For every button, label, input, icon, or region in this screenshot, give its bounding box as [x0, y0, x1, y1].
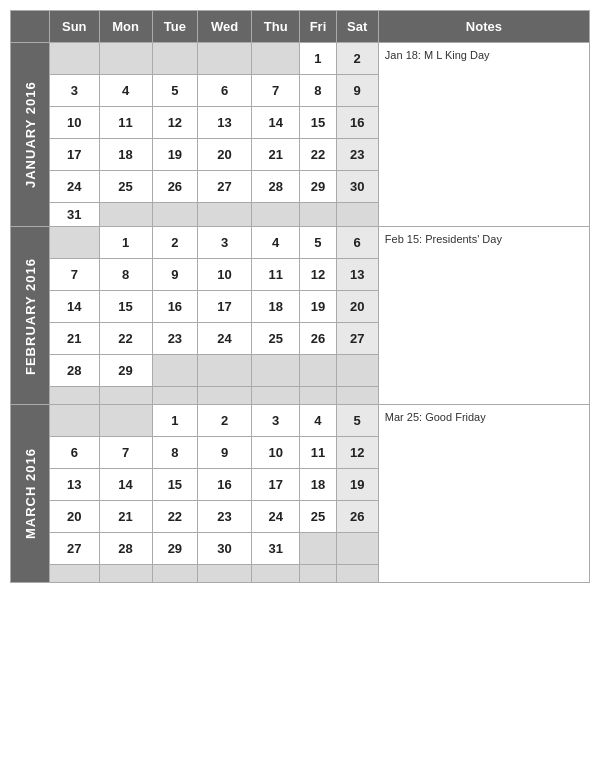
day-cell: 24 [50, 171, 100, 203]
day-cell: 13 [198, 107, 252, 139]
day-cell: 27 [50, 533, 100, 565]
day-cell: 3 [252, 405, 300, 437]
day-cell: 8 [152, 437, 197, 469]
fri-header: Fri [300, 11, 336, 43]
day-cell [336, 387, 378, 405]
day-cell: 22 [152, 501, 197, 533]
day-cell: 28 [99, 533, 152, 565]
day-cell: 12 [152, 107, 197, 139]
month-label-0: JANUARY 2016 [11, 43, 50, 227]
day-cell: 29 [300, 171, 336, 203]
day-cell: 8 [99, 259, 152, 291]
notes-header: Notes [378, 11, 589, 43]
day-cell [198, 355, 252, 387]
day-cell [252, 43, 300, 75]
day-cell: 17 [50, 139, 100, 171]
day-cell: 25 [300, 501, 336, 533]
day-cell: 21 [50, 323, 100, 355]
day-cell: 20 [336, 291, 378, 323]
day-cell: 6 [198, 75, 252, 107]
day-cell: 24 [252, 501, 300, 533]
day-cell [198, 387, 252, 405]
day-cell: 14 [99, 469, 152, 501]
day-cell [336, 355, 378, 387]
day-cell: 15 [300, 107, 336, 139]
day-cell: 15 [99, 291, 152, 323]
day-cell: 22 [300, 139, 336, 171]
day-cell: 13 [336, 259, 378, 291]
day-cell: 31 [50, 203, 100, 227]
day-cell: 7 [252, 75, 300, 107]
day-cell [252, 203, 300, 227]
day-cell: 5 [300, 227, 336, 259]
sat-header: Sat [336, 11, 378, 43]
day-cell: 30 [336, 171, 378, 203]
day-cell [300, 203, 336, 227]
day-cell [152, 387, 197, 405]
day-cell [336, 533, 378, 565]
day-cell: 4 [300, 405, 336, 437]
notes-cell-0: Jan 18: M L King Day [378, 43, 589, 227]
day-cell: 25 [252, 323, 300, 355]
day-cell: 12 [336, 437, 378, 469]
wed-header: Wed [198, 11, 252, 43]
day-cell: 21 [252, 139, 300, 171]
day-cell: 23 [336, 139, 378, 171]
day-cell: 10 [252, 437, 300, 469]
day-cell: 17 [198, 291, 252, 323]
day-cell: 23 [198, 501, 252, 533]
day-cell: 11 [300, 437, 336, 469]
day-cell: 27 [336, 323, 378, 355]
day-cell: 18 [300, 469, 336, 501]
day-cell: 3 [50, 75, 100, 107]
day-cell: 21 [99, 501, 152, 533]
notes-cell-1: Feb 15: Presidents' Day [378, 227, 589, 405]
day-cell [50, 565, 100, 583]
day-cell: 26 [152, 171, 197, 203]
day-cell: 7 [50, 259, 100, 291]
day-cell: 18 [99, 139, 152, 171]
day-cell [50, 43, 100, 75]
tue-header: Tue [152, 11, 197, 43]
day-cell: 17 [252, 469, 300, 501]
day-cell: 2 [198, 405, 252, 437]
day-cell: 12 [300, 259, 336, 291]
day-cell: 14 [252, 107, 300, 139]
day-cell: 6 [336, 227, 378, 259]
day-cell: 4 [99, 75, 152, 107]
day-cell: 28 [50, 355, 100, 387]
day-cell: 10 [198, 259, 252, 291]
day-cell: 30 [198, 533, 252, 565]
month-label-2: MARCH 2016 [11, 405, 50, 583]
day-cell: 1 [300, 43, 336, 75]
day-cell [99, 387, 152, 405]
thu-header: Thu [252, 11, 300, 43]
day-cell: 16 [336, 107, 378, 139]
day-cell [336, 203, 378, 227]
day-cell [198, 565, 252, 583]
day-cell: 20 [198, 139, 252, 171]
day-cell [198, 43, 252, 75]
day-cell: 1 [99, 227, 152, 259]
day-cell: 22 [99, 323, 152, 355]
day-cell [50, 387, 100, 405]
day-cell: 29 [152, 533, 197, 565]
day-cell: 25 [99, 171, 152, 203]
day-cell: 7 [99, 437, 152, 469]
day-cell [99, 405, 152, 437]
mon-header: Mon [99, 11, 152, 43]
day-cell: 5 [152, 75, 197, 107]
day-cell [300, 533, 336, 565]
day-cell: 26 [300, 323, 336, 355]
day-cell: 14 [50, 291, 100, 323]
day-cell: 19 [152, 139, 197, 171]
day-cell: 9 [152, 259, 197, 291]
day-cell [152, 565, 197, 583]
day-cell: 5 [336, 405, 378, 437]
day-cell [50, 405, 100, 437]
month-label-1: FEBRUARY 2016 [11, 227, 50, 405]
day-cell: 15 [152, 469, 197, 501]
day-cell: 24 [198, 323, 252, 355]
day-cell: 6 [50, 437, 100, 469]
sun-header: Sun [50, 11, 100, 43]
